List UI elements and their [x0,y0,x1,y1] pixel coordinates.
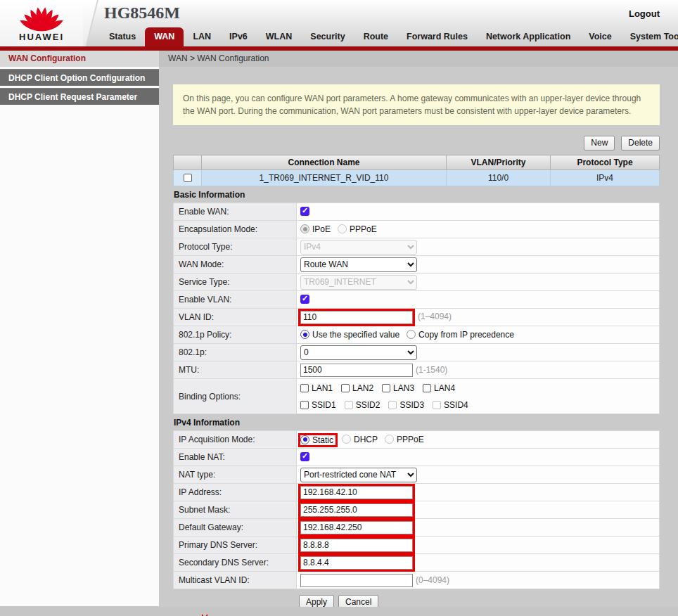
vlan-id-input[interactable] [300,311,413,324]
vlan-id-hint: (1–4094) [418,312,452,321]
sidebar-item-dhcp-client-option-configuration[interactable]: DHCP Client Option Configuration [0,69,159,86]
pppoe-radio-label: PPPoE [350,224,377,234]
protocol-type-select[interactable]: IPv4 [300,240,417,255]
tab-forward-rules[interactable]: Forward Rules [397,27,477,46]
wan-mode-select[interactable]: Route WAN [300,257,417,272]
enable-vlan-checkbox[interactable] [300,295,309,304]
ssid2-checkbox[interactable] [345,401,353,409]
ssid2-checkbox-label: SSID2 [356,400,380,410]
tab-wlan[interactable]: WLAN [257,27,302,46]
tab-ipv6[interactable]: IPv6 [220,27,257,46]
brand-name: HUAWEI [0,32,83,42]
nat-type-label: NAT type: [174,466,297,484]
section-basic-information: Basic Information [173,186,660,203]
table-row[interactable]: 1_TR069_INTERNET_R_VID_110 110/0 IPv4 [174,170,660,186]
binding-options-label: Binding Options: [174,379,297,414]
multicast-vlan-id-label: Multicast VLAN ID: [174,572,297,589]
8021p-select[interactable]: 0 [300,345,417,360]
tab-lan[interactable]: LAN [184,27,220,46]
nat-type-select[interactable]: Port-restricted cone NAT [300,468,417,482]
ssid3-checkbox-label: SSID3 [399,400,424,410]
connection-table: Connection Name VLAN/Priority Protocol T… [173,155,660,186]
page-notice: On this page, you can configure WAN port… [173,84,660,125]
8021p-policy-label: 802.1p Policy: [174,326,297,344]
copy-from-ip-precedence-radio[interactable] [407,330,416,339]
copy-from-ip-precedence-radio-label: Copy from IP precedence [418,330,514,340]
mtu-input[interactable] [300,364,413,377]
static-radio-highlight-box: Static [298,433,338,447]
ssid4-checkbox[interactable] [433,401,441,409]
tab-status[interactable]: Status [100,27,145,46]
service-type-label: Service Type: [174,274,297,291]
vlan-id-highlight-box [298,309,415,326]
pppoe-mode-radio[interactable] [385,435,394,444]
lan1-checkbox-label: LAN1 [312,383,333,393]
nav-red-bar [0,46,678,51]
tab-voice[interactable]: Voice [580,27,620,46]
ssid1-checkbox[interactable] [300,401,309,409]
service-type-select[interactable]: TR069_INTERNET [300,275,417,290]
connection-row-checkbox[interactable] [184,174,192,182]
lan4-checkbox[interactable] [423,384,431,392]
dhcp-radio[interactable] [342,435,351,444]
use-specified-value-radio-label: Use the specified value [312,330,399,340]
primary-dns-input[interactable] [300,539,413,552]
footer-huawei-logo-icon [196,612,214,616]
tab-system-tools[interactable]: System Tools [621,27,678,46]
content-area: WAN > WAN Configuration On this page, yo… [159,51,678,606]
enable-wan-label: Enable WAN: [174,203,297,221]
lan2-checkbox[interactable] [341,384,350,392]
delete-button[interactable]: Delete [621,136,660,150]
col-header-select [174,155,202,170]
new-button[interactable]: New [584,136,615,150]
lan3-checkbox[interactable] [382,384,390,392]
ssid4-checkbox-label: SSID4 [444,400,468,410]
static-radio-label: Static [312,435,333,445]
tab-route[interactable]: Route [354,27,397,46]
connection-protocol-cell: IPv4 [551,170,660,186]
secondary-dns-input[interactable] [300,556,413,570]
tab-network-application[interactable]: Network Application [477,27,580,46]
secondary-dns-label: Secondary DNS Server: [174,554,297,572]
ssid3-checkbox[interactable] [388,401,397,409]
default-gateway-highlight-box [298,519,415,537]
use-specified-value-radio[interactable] [300,330,309,339]
sidebar-item-dhcp-client-request-parameter[interactable]: DHCP Client Request Parameter [0,88,159,105]
multicast-vlan-id-hint: (0–4094) [416,575,449,585]
static-radio[interactable] [300,435,309,444]
enable-nat-checkbox[interactable] [300,452,309,461]
encapsulation-mode-label: Encapsulation Mode: [174,221,297,238]
lan4-checkbox-label: LAN4 [434,383,455,393]
ssid1-checkbox-label: SSID1 [312,400,336,410]
subnet-mask-input[interactable] [300,503,413,517]
sidebar-item-wan-configuration[interactable]: WAN Configuration [0,51,159,67]
primary-dns-highlight-box [298,537,415,554]
lan2-checkbox-label: LAN2 [352,383,373,393]
subnet-mask-highlight-box [298,501,415,519]
ipoe-radio[interactable] [300,224,309,233]
multicast-vlan-id-input[interactable] [300,574,413,587]
tab-security[interactable]: Security [301,27,354,46]
ip-address-highlight-box [298,484,415,501]
pppoe-radio[interactable] [338,224,347,233]
wan-mode-label: WAN Mode: [174,256,297,274]
page-title: HG8546M [104,4,180,23]
col-header-connection-name: Connection Name [202,155,447,170]
mtu-hint: (1-1540) [416,365,447,375]
logout-link[interactable]: Logout [629,8,660,19]
header: HUAWEI HG8546M Logout Status WAN LAN IPv… [0,0,678,51]
sidebar: WAN Configuration DHCP Client Option Con… [0,51,159,606]
pppoe-mode-radio-label: PPPoE [397,435,424,444]
enable-vlan-label: Enable VLAN: [174,291,297,309]
ip-address-input[interactable] [300,486,413,499]
breadcrumb: WAN > WAN Configuration [159,51,678,67]
lan1-checkbox[interactable] [300,384,309,392]
mtu-label: MTU: [174,361,297,379]
default-gateway-input[interactable] [300,521,413,534]
enable-wan-checkbox[interactable] [300,207,309,216]
protocol-type-label: Protocol Type: [174,238,297,256]
main-nav: Status WAN LAN IPv6 WLAN Security Route … [100,27,678,46]
tab-wan[interactable]: WAN [145,27,184,46]
lan3-checkbox-label: LAN3 [393,383,414,393]
ipoe-radio-label: IPoE [312,224,331,234]
